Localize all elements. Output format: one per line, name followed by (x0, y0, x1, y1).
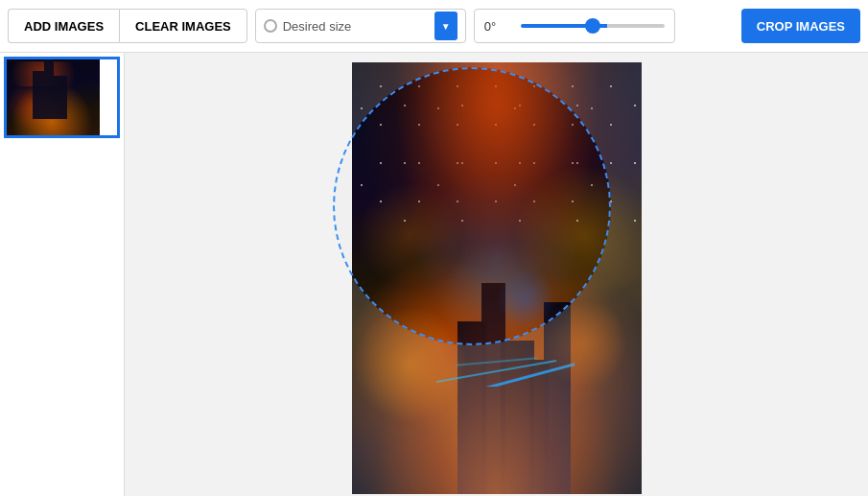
building (544, 302, 571, 494)
image-sidebar (0, 53, 125, 496)
desired-size-label: Desired size (283, 19, 429, 34)
main-area (0, 53, 868, 496)
desired-size-icon (264, 19, 277, 33)
list-item[interactable] (4, 57, 120, 138)
thumbnail-image (4, 57, 100, 138)
main-image (352, 62, 642, 494)
desired-size-control[interactable]: Desired size (255, 9, 466, 43)
desired-size-dropdown-button[interactable] (434, 12, 457, 40)
rotation-slider[interactable] (521, 24, 665, 28)
rotation-value-label: 0° (484, 19, 511, 34)
building (501, 341, 534, 494)
stars-layer (352, 62, 642, 235)
road-lights (395, 257, 598, 387)
building (481, 283, 505, 494)
building (457, 321, 486, 494)
buildings-layer (352, 192, 642, 494)
toolbar: ADD IMAGES CLEAR IMAGES Desired size 0° … (0, 0, 868, 53)
image-container (352, 62, 642, 494)
building (529, 360, 549, 494)
canvas-area[interactable] (125, 53, 868, 496)
add-images-button[interactable]: ADD IMAGES (8, 9, 119, 43)
rotation-control: 0° (474, 9, 675, 43)
clear-images-button[interactable]: CLEAR IMAGES (119, 9, 247, 43)
crop-images-button[interactable]: CROP IMAGES (741, 9, 860, 43)
